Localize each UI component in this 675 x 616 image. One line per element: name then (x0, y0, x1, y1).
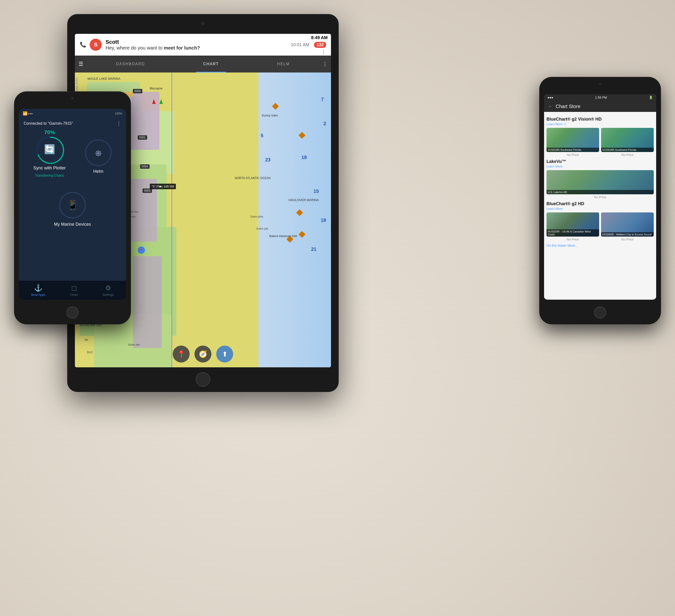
chart-label-2: VUS918R-Southwest Florida (601, 148, 654, 152)
phone-left-status-bar: 📶 ●●● 100% (19, 109, 126, 118)
chart-thumb-southeast-fl[interactable]: VUS018R-Southeast Florida (546, 128, 599, 152)
status-time: 8:49 AM (311, 35, 327, 40)
subm-pile-label: Subm pile (128, 343, 140, 346)
sync-ring-outer: 🔄 (36, 136, 63, 163)
sync-sublabel: Transferring Charts (35, 174, 64, 178)
speed-depth-label: "5",Fl■s 16ft 5M (150, 184, 176, 189)
price-lakevu: No Price (546, 195, 654, 199)
sync-label: Sync with Plotter (33, 165, 66, 170)
sender-avatar: S (90, 39, 102, 51)
subm-piles-1: Subm piles (250, 215, 263, 218)
phone-left-home-button[interactable] (66, 306, 79, 319)
battery-icon: 🔋 (649, 96, 653, 99)
tab-chart[interactable]: CHART (196, 56, 226, 72)
notification-bar[interactable]: 📞 S Scott Hey, where do you want to meet… (75, 34, 331, 56)
connection-label: Connected to "Garmin-7915" (24, 121, 117, 126)
chart-thumb-southwest-fl[interactable]: VUS918R-Southwest Florida (601, 128, 654, 152)
on-the-water-more[interactable]: On the Water More... (546, 244, 578, 248)
nav-boat-apps[interactable]: ⚓ Boat Apps (31, 284, 46, 296)
section-2-title: LakeVu™ (546, 159, 654, 164)
wifi-icon: 📶 (23, 111, 27, 116)
waypoint-0004: 0004 (140, 164, 150, 169)
section-1-chart-row: VUS018R-Southeast Florida VUS918R-Southw… (546, 128, 654, 152)
bakers-inlet-label: Bakers-Haulover Inlet (270, 234, 297, 238)
message-prefix: Hey, where do you want to (105, 45, 164, 51)
chart-nav-label: Chart (70, 293, 78, 296)
section-2-learn[interactable]: Learn More (546, 164, 654, 168)
chart-label-na-east: HUS4005 - Walkers Cay to Exuma Sound (601, 232, 654, 236)
nav-chart[interactable]: ◻ Chart (70, 284, 78, 296)
bay-label: BAY (87, 350, 93, 354)
price-us-west: No Price (546, 237, 599, 241)
depth-2: 2 (323, 121, 326, 126)
waypoint-0001: 0001 (138, 135, 147, 140)
section-1-learn[interactable]: Learn More ↗ (546, 122, 654, 126)
phone-left-screen: 📶 ●●● 100% Connected to "Garmin-7915" ⋮ … (19, 109, 126, 300)
devices-section: 📱 My Marine Devices (19, 192, 126, 227)
depth-15: 15 (314, 189, 319, 194)
tab-dashboard[interactable]: DASHBOARD (109, 56, 152, 72)
depth-21: 21 (311, 247, 316, 252)
more-menu-icon[interactable]: ⋮ (117, 121, 121, 126)
chart-thumb-lakevu[interactable]: U.S. LakeVu HD (546, 170, 654, 194)
phone-left-header: Connected to "Garmin-7915" ⋮ (19, 118, 126, 129)
sync-progress-wrapper: 70% 🔄 (36, 136, 63, 163)
haulover-marina-label: HAULOVER MARINA (289, 198, 319, 202)
nav-settings[interactable]: ⚙ Settings (102, 284, 114, 296)
buoy-green-1 (159, 99, 163, 104)
helm-circle[interactable]: ⎈ (85, 139, 111, 166)
chart-thumb-na-east[interactable]: HUS4005 - Walkers Cay to Exuma Sound (601, 212, 654, 236)
sync-progress-arc (36, 136, 65, 165)
depth-18-2: 18 (321, 217, 326, 223)
chart-label-1: VUS018R-Southeast Florida (546, 148, 599, 152)
route-line (171, 72, 172, 367)
sync-with-plotter: 70% 🔄 Sync with Plotter Transferring Cha… (33, 136, 66, 178)
phone-left-device: 📶 ●●● 100% Connected to "Garmin-7915" ⋮ … (14, 92, 131, 324)
sunny-isles-label: Sunny Isles (261, 114, 278, 117)
chart-bottom-toolbar: 📍 🧭 ⬆ (173, 346, 233, 362)
devices-icon: 📱 (67, 200, 78, 210)
phone-right-screen: ●●● 1:56 PM 🔋 ← Chart Store BlueChart® g… (544, 94, 656, 300)
chart-store-header: ← Chart Store (544, 101, 656, 112)
pa-bay-label: PA (85, 338, 88, 342)
chart-tab-bar: ☰ DASHBOARD CHART HELM ⋮ (75, 56, 331, 72)
tablet-home-button[interactable] (196, 372, 210, 387)
price-1: No Price (546, 153, 599, 157)
waypoint-0000: 0000 (133, 89, 142, 93)
phone-left-bottom-nav: ⚓ Boat Apps ◻ Chart ⚙ Settings (19, 280, 126, 300)
maule-marina-label: MAULE LAKE MARINA (87, 77, 120, 80)
compass-btn[interactable]: 🧭 (195, 346, 211, 362)
chart-thumb-us-west[interactable]: HUS020R - US Alt & Canadian West Coast (546, 212, 599, 236)
section-3-price-row: No Price No Price (546, 237, 654, 241)
notification-actions: 132 ⋮ (314, 42, 326, 55)
section-2-chart-row: U.S. LakeVu HD (546, 170, 654, 194)
helm-label: Helm (93, 169, 103, 174)
notification-time: 10:01 AM (291, 42, 309, 47)
signal-strength: ●●● (27, 112, 33, 115)
section-bluechart-vision: BlueChart® g2 Vision® HD Learn More ↗ VU… (546, 117, 654, 157)
boat-apps-label: Boat Apps (31, 293, 46, 296)
depth-23: 23 (265, 157, 271, 163)
navigation-btn[interactable]: ⬆ (216, 346, 233, 362)
signal-dots: ●●● (547, 96, 553, 99)
price-na-east: No Price (601, 237, 654, 241)
purple-3 (133, 256, 162, 348)
section-lakevu: LakeVu™ Learn More U.S. LakeVu HD No Pri… (546, 159, 654, 199)
more-icon[interactable]: ⋮ (319, 61, 331, 67)
settings-nav-icon: ⚙ (105, 284, 111, 292)
chart-store-content: BlueChart® g2 Vision® HD Learn More ↗ VU… (544, 112, 656, 298)
menu-icon[interactable]: ☰ (75, 61, 87, 67)
tab-helm[interactable]: HELM (270, 56, 297, 72)
section-3-learn[interactable]: Learn More (546, 207, 654, 210)
phone-right-device: ●●● 1:56 PM 🔋 ← Chart Store BlueChart® g… (540, 77, 661, 324)
section-1-title: BlueChart® g2 Vision® HD (546, 117, 654, 122)
notification-badge: 132 (314, 42, 326, 48)
phone-right-home-button[interactable] (594, 306, 606, 319)
north-atlantic-label: NORTH ATLANTIC OCEAN (235, 177, 271, 180)
depth-7: 7 (321, 97, 324, 102)
back-button[interactable]: ← (548, 103, 553, 110)
location-btn[interactable]: 📍 (173, 346, 190, 362)
notification-content: Scott Hey, where do you want to meet for… (105, 39, 291, 51)
devices-icon-circle[interactable]: 📱 (59, 192, 86, 218)
sender-name: Scott (105, 39, 291, 45)
